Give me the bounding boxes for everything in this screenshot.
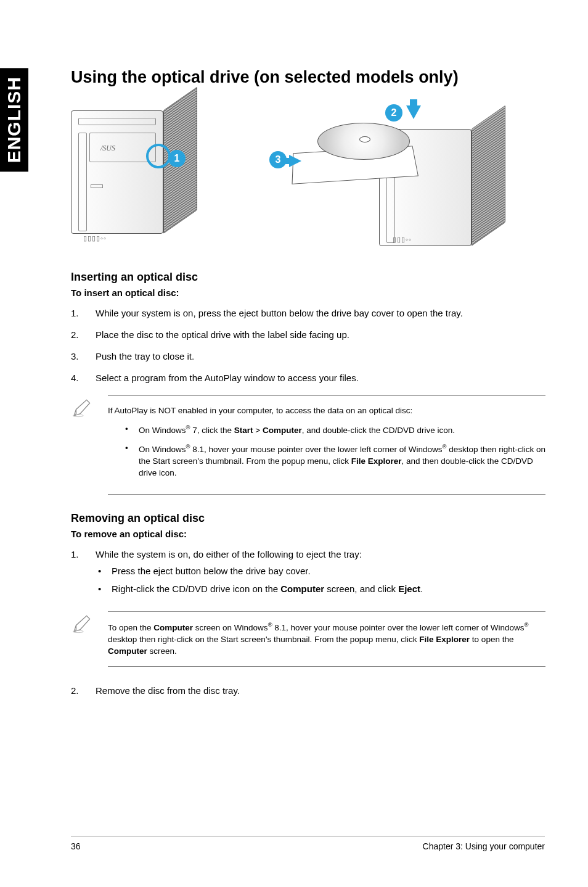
sub-bullet: •Press the eject button below the drive … [96,564,545,577]
front-ports-icon: ▯▯▯◦◦ [393,236,412,244]
page-content: Using the optical drive (on selected mod… [71,68,545,706]
remove-steps-list-2: 2.Remove the disc from the disc tray. [71,684,545,697]
note-open-computer: To open the Computer screen on Windows® … [71,611,545,667]
insert-steps-list: 1.While your system is on, press the eje… [71,307,545,384]
note-autoplay: If AutoPlay is NOT enabled in your compu… [71,395,545,495]
list-item: 1. While the system is on, do either of … [71,548,545,600]
figure-tower-open-tray: ▯▯▯◦◦ 2 3 [268,104,527,246]
figure-tower-closed: /SUS ▯▯▯▯◦◦ 1 [71,104,250,246]
section-title: Using the optical drive (on selected mod… [71,68,545,87]
note-body: To open the Computer screen on Windows® … [108,611,545,667]
list-item: 2.Place the disc to the optical drive wi… [71,328,545,341]
arrow-right-icon [289,155,301,167]
page-footer: 36 Chapter 3: Using your computer [71,836,545,851]
list-item: 4.Select a program from the AutoPlay win… [71,371,545,384]
remove-instruction: To remove an optical disc: [71,529,545,539]
pencil-note-icon [71,611,96,667]
remove-heading: Removing an optical disc [71,512,545,525]
remove-steps-list: 1. While the system is on, do either of … [71,548,545,600]
pencil-note-icon [71,395,96,495]
list-item: 3.Push the tray to close it. [71,350,545,363]
callout-badge-3: 3 [269,151,287,168]
sub-bullet: • Right-click the CD/DVD drive icon on t… [96,582,545,595]
front-ports-icon: ▯▯▯▯◦◦ [83,234,107,242]
list-item: 2.Remove the disc from the disc tray. [71,684,545,697]
list-item: 1.While your system is on, press the eje… [71,307,545,320]
brand-logo: /SUS [100,144,115,153]
callout-badge-2: 2 [385,104,402,122]
arrow-down-icon [406,105,421,119]
callout-circle [146,144,171,168]
chapter-label: Chapter 3: Using your computer [423,841,545,851]
callout-badge-1: 1 [168,150,186,167]
insert-heading: Inserting an optical disc [71,271,545,284]
language-side-tab: ENGLISH [0,68,28,171]
note-bullet: • On Windows® 8.1, hover your mouse poin… [125,442,545,479]
page-number: 36 [71,841,81,851]
figures-row: /SUS ▯▯▯▯◦◦ 1 ▯▯▯◦◦ 2 3 [71,104,545,246]
note-bullet: • On Windows® 7, click the Start > Compu… [125,423,545,436]
insert-instruction: To insert an optical disc: [71,287,545,298]
note-body: If AutoPlay is NOT enabled in your compu… [108,395,545,495]
